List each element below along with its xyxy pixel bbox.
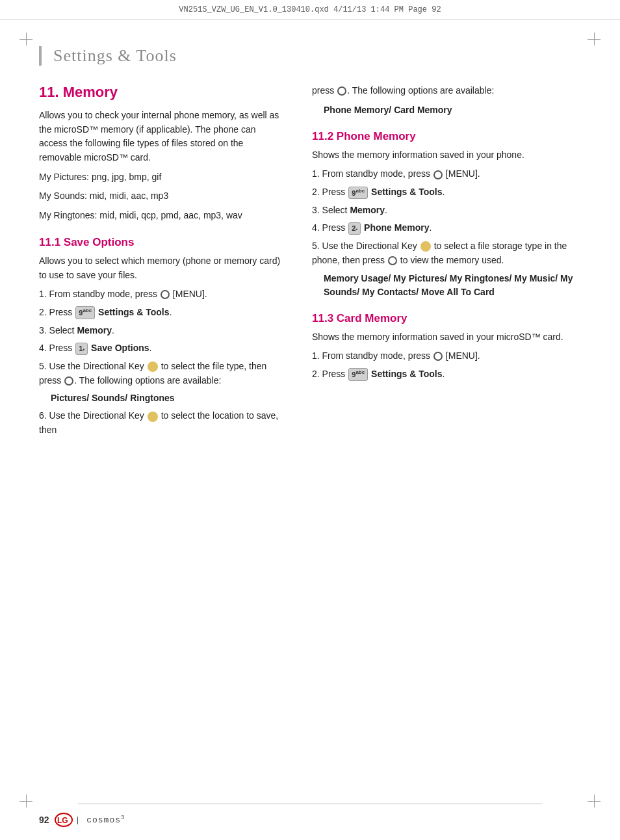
- step6-continuation: press . The following options are availa…: [312, 84, 581, 98]
- options-label-3: Memory Usage/ My Pictures/ My Ringtones/…: [324, 273, 573, 297]
- content-area: Settings & Tools 11. Memory Allows you t…: [0, 20, 620, 461]
- section11-1-steps: 1. From standby mode, press [MENU]. 2. P…: [39, 287, 286, 387]
- reg-mark-bottom-right: [588, 794, 601, 807]
- step-2-5: 5. Use the Directional Key to select a f…: [312, 239, 581, 267]
- step-2-1: 1. From standby mode, press [MENU].: [312, 167, 581, 181]
- left-column: 11. Memory Allows you to check your inte…: [39, 84, 286, 441]
- step-1-2: 2. Press 9abc Settings & Tools.: [39, 306, 286, 320]
- right-column: press . The following options are availa…: [312, 84, 581, 441]
- lg-logo: LG: [55, 813, 73, 827]
- step-1-6: 6. Use the Directional Key to select the…: [39, 409, 286, 437]
- cosmos-superscript: 3: [121, 815, 125, 821]
- options-block-1: Pictures/ Sounds/ Ringtones: [51, 391, 286, 405]
- step-2-2: 2. Press 9abc Settings & Tools.: [312, 185, 581, 200]
- header-text: VN251S_VZW_UG_EN_V1.0_130410.qxd 4/11/13…: [179, 5, 441, 14]
- menu-icon: [161, 290, 170, 299]
- menu-icon-2: [433, 170, 443, 179]
- phone-memory-key-icon: 2▪: [348, 222, 361, 235]
- lg-logo-svg: LG: [57, 815, 71, 825]
- chapter11-heading: 11. Memory: [39, 84, 286, 101]
- header-bar: VN251S_VZW_UG_EN_V1.0_130410.qxd 4/11/13…: [0, 0, 620, 20]
- step-1-3: 3. Select Memory.: [39, 324, 286, 338]
- svg-text:LG: LG: [57, 816, 68, 825]
- settings-key-icon: 9abc: [75, 306, 95, 319]
- reg-mark-top-right: [588, 33, 601, 46]
- section11-2-heading: 11.2 Phone Memory: [312, 130, 581, 143]
- section-header: Settings & Tools: [39, 46, 581, 66]
- reg-mark-top-left: [19, 33, 32, 46]
- section11-3-intro: Shows the memory information saved in yo…: [312, 330, 581, 345]
- options-label-2: Phone Memory/ Card Memory: [324, 105, 452, 115]
- ok-circle-icon-1: [64, 376, 73, 386]
- settings-key-icon-2: 9abc: [348, 187, 368, 200]
- page-number: 92: [39, 815, 49, 825]
- file-type-sounds: My Sounds: mid, midi, aac, mp3: [39, 189, 286, 203]
- settings-key-icon-3: 9abc: [348, 368, 368, 381]
- directional-key-icon-3: [420, 241, 431, 252]
- section11-1-step6: 6. Use the Directional Key to select the…: [39, 409, 286, 437]
- ok-circle-icon-2: [337, 86, 346, 96]
- section11-3-steps: 1. From standby mode, press [MENU]. 2. P…: [312, 349, 581, 381]
- step-1-1: 1. From standby mode, press [MENU].: [39, 287, 286, 302]
- section-title: Settings & Tools: [53, 46, 177, 65]
- ok-circle-icon-3: [388, 256, 397, 265]
- footer: 92 LG | cosmos3: [39, 813, 581, 827]
- step-1-4: 4. Press 1▪ Save Options.: [39, 341, 286, 356]
- step-3-2: 2. Press 9abc Settings & Tools.: [312, 367, 581, 382]
- directional-key-icon-2: [148, 412, 158, 422]
- footer-logo: LG | cosmos3: [55, 813, 125, 827]
- options-block-3: Memory Usage/ My Pictures/ My Ringtones/…: [324, 272, 581, 299]
- file-type-pictures: My Pictures: png, jpg, bmp, gif: [39, 170, 286, 185]
- step-1-5: 5. Use the Directional Key to select the…: [39, 360, 286, 387]
- menu-icon-3: [433, 352, 443, 361]
- step-3-1: 1. From standby mode, press [MENU].: [312, 349, 581, 363]
- two-column-layout: 11. Memory Allows you to check your inte…: [39, 84, 581, 441]
- step-2-4: 4. Press 2▪ Phone Memory.: [312, 221, 581, 235]
- reg-mark-bottom-left: [19, 794, 32, 807]
- section11-1-heading: 11.1 Save Options: [39, 236, 286, 249]
- section11-3-heading: 11.3 Card Memory: [312, 312, 581, 325]
- directional-key-icon-1: [148, 361, 158, 372]
- options-label-1: Pictures/ Sounds/ Ringtones: [51, 393, 175, 403]
- file-type-ringtones: My Ringtones: mid, midi, qcp, pmd, aac, …: [39, 209, 286, 223]
- options-block-2: Phone Memory/ Card Memory: [324, 103, 581, 117]
- bottom-rule: [78, 804, 542, 804]
- section11-1-intro: Allows you to select which memory (phone…: [39, 254, 286, 282]
- chapter11-intro: Allows you to check your internal phone …: [39, 109, 286, 165]
- step-2-3: 3. Select Memory.: [312, 203, 581, 218]
- section11-2-steps: 1. From standby mode, press [MENU]. 2. P…: [312, 167, 581, 267]
- page-wrapper: VN251S_VZW_UG_EN_V1.0_130410.qxd 4/11/13…: [0, 0, 620, 840]
- save-options-key-icon: 1▪: [75, 343, 88, 355]
- section11-2-intro: Shows the memory information saved in yo…: [312, 148, 581, 163]
- cosmos-logo-text: | cosmos3: [75, 815, 125, 825]
